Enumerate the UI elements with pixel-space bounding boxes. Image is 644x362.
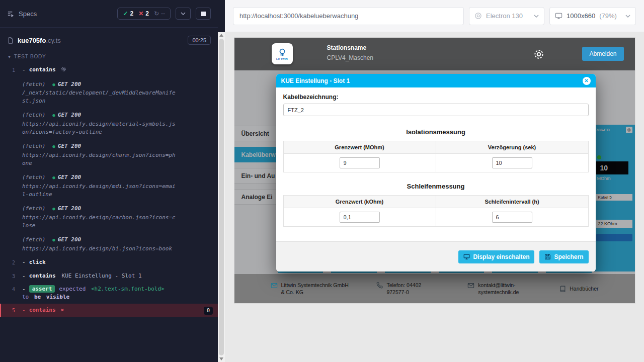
scrollbar-thumb[interactable] — [219, 39, 224, 355]
spec-extension: .cy.ts — [46, 37, 60, 44]
specs-label: Specs — [19, 10, 37, 18]
spec-file-row[interactable]: kue705fo.cy.ts 00:25 — [0, 28, 218, 48]
fetch-line: (fetch)●GET 200 — [22, 205, 178, 213]
command-line-number: 5 — [1, 306, 22, 315]
modal-titlebar: KUE Einstellung - Slot 1 ✕ — [276, 74, 596, 87]
viewport-size: 1000x660 — [567, 12, 595, 20]
command-row[interactable]: 5-contains×0 — [0, 304, 218, 317]
command-log: 1-contains(fetch)●GET 200/_next/static/d… — [0, 63, 218, 362]
assert-pill: assert — [29, 285, 55, 293]
isolation-grenzwert-input[interactable] — [340, 157, 380, 168]
stop-button[interactable] — [196, 8, 211, 20]
app-header: LITTWIN Stationsname CPLV4_Maschen Abmel… — [234, 38, 635, 70]
settings-gear-icon[interactable] — [533, 49, 544, 60]
fetch-status: GET 200 — [58, 143, 81, 149]
modal-footer: Display einschalten Speichern — [276, 241, 596, 272]
status-dot-icon: ● — [52, 237, 55, 242]
monitor-icon — [555, 12, 562, 20]
gear-icon — [61, 66, 66, 72]
command-name: contains — [29, 66, 56, 73]
isolation-verzoegerung-input[interactable] — [492, 157, 532, 168]
stat-passed: ✓2 — [123, 10, 133, 17]
command-dash: - — [22, 273, 26, 279]
log-fetch-row[interactable]: (fetch)●GET 200https://api.iconify.desig… — [0, 140, 218, 170]
modal-title: KUE Einstellung - Slot 1 — [281, 77, 350, 84]
close-icon[interactable]: ✕ — [583, 77, 591, 85]
fetch-tag: (fetch) — [22, 205, 45, 212]
assert-message-part: expected — [59, 286, 86, 292]
assert-message-part: be — [34, 294, 41, 300]
spec-name: kue705fo — [18, 37, 46, 44]
command-row[interactable]: 4-assertexpected <h2.text-sm.font-bold> … — [0, 283, 218, 304]
footer-manuals[interactable]: Handbücher — [559, 285, 598, 292]
refresh-icon: ↻ — [154, 10, 159, 17]
log-fetch-row[interactable]: (fetch)●GET 200/_next/static/development… — [0, 78, 218, 108]
aut-toolbar: Electron 130 1000x660 (79%) — [225, 0, 644, 32]
log-fetch-row[interactable]: (fetch)●GET 200https://api.iconify.desig… — [0, 171, 218, 201]
spec-duration-badge: 00:25 — [188, 36, 211, 45]
fetch-url: https://api.iconify.design/charm.json?ic… — [22, 151, 178, 167]
loop-grenzwert-input[interactable] — [340, 212, 380, 223]
scroll-down-icon[interactable] — [219, 357, 223, 360]
station-name: CPLV4_Maschen — [327, 54, 374, 61]
command-body: -containsKUE Einstellung - Slot 1 — [22, 272, 178, 280]
command-row[interactable]: 2-click — [0, 256, 218, 269]
fetch-status: GET 200 — [58, 205, 81, 212]
command-body: -contains — [22, 66, 178, 74]
viewport-select[interactable]: 1000x660 (79%) — [549, 7, 636, 25]
fail-mark-icon: × — [61, 307, 64, 313]
phone-icon — [376, 282, 383, 289]
test-body-section[interactable]: ▾ TEST BODY — [0, 48, 218, 63]
station-label: Stationsname — [327, 44, 374, 51]
footer-phone: Telefon: 04402 972577-0 — [376, 282, 441, 296]
logo-mark-icon — [278, 48, 287, 57]
fetch-line: (fetch)●GET 200 — [22, 236, 178, 244]
cable-name-input[interactable] — [283, 104, 589, 116]
reporter-scrollbar[interactable] — [218, 0, 225, 362]
check-icon: ✓ — [123, 10, 128, 17]
loop-intervall-input[interactable] — [492, 212, 532, 223]
monitor-icon — [463, 253, 470, 260]
specs-menu-button[interactable]: Specs — [7, 10, 37, 18]
collapse-button[interactable] — [176, 8, 191, 20]
command-body: (fetch)●GET 200https://api.iconify.desig… — [22, 142, 178, 167]
app-under-test: LITTWIN Stationsname CPLV4_Maschen Abmel… — [234, 38, 635, 303]
command-line-number — [1, 111, 22, 112]
display-on-button[interactable]: Display einschalten — [458, 250, 534, 263]
company-logo: LITTWIN — [272, 43, 293, 64]
url-input[interactable] — [239, 12, 457, 20]
modal-body: Kabelbezeichnung: Isolationsmessung Gren… — [276, 87, 596, 241]
isolation-cell — [283, 154, 436, 172]
log-fetch-row[interactable]: (fetch)●GET 200https://api.iconify.desig… — [0, 109, 218, 139]
reporter-header: Specs ✓2 ✕2 ↻-- — [0, 0, 218, 28]
command-row[interactable]: 3-containsKUE Einstellung - Slot 1 — [0, 269, 218, 283]
loop-cell — [436, 208, 588, 227]
command-args: KUE Einstellung - Slot 1 — [62, 273, 142, 279]
page: Specs ✓2 ✕2 ↻-- kue705fo.cy.ts — [0, 0, 644, 362]
log-fetch-row[interactable]: (fetch)●GET 200https://api.iconify.desig… — [0, 233, 218, 255]
command-body: (fetch)●GET 200https://api.iconify.desig… — [22, 173, 178, 199]
fetch-tag: (fetch) — [22, 81, 45, 87]
cypress-reporter: Specs ✓2 ✕2 ↻-- kue705fo.cy.ts — [0, 0, 218, 362]
isolation-col-verzoegerung: Verzögerung (sek) — [436, 141, 588, 154]
command-line-number — [1, 205, 22, 206]
log-fetch-row[interactable]: (fetch)●GET 200https://api.iconify.desig… — [0, 202, 218, 232]
status-dot-icon: ● — [52, 144, 55, 149]
url-bar[interactable] — [233, 7, 464, 25]
fetch-url: /_next/static/development/_devMiddleware… — [22, 89, 178, 105]
browser-select[interactable]: Electron 130 — [469, 7, 544, 25]
footer-email[interactable]: kontakt@littwin-systemtechnik.de — [467, 282, 533, 296]
assert-message-part: <h2.text-sm.font-bold> — [91, 286, 165, 292]
loop-cell — [283, 208, 436, 227]
command-line-number: 3 — [1, 272, 22, 281]
fetch-status: GET 200 — [58, 174, 81, 180]
fetch-line: (fetch)●GET 200 — [22, 111, 178, 119]
logout-button[interactable]: Abmelden — [582, 47, 623, 61]
scroll-up-icon[interactable] — [219, 34, 223, 37]
command-line-number — [1, 173, 22, 174]
stop-icon — [201, 12, 206, 16]
scrollbar-track[interactable] — [218, 32, 225, 362]
save-button[interactable]: Speichern — [539, 250, 588, 263]
command-row[interactable]: 1-contains — [0, 63, 218, 77]
fetch-tag: (fetch) — [22, 236, 45, 243]
